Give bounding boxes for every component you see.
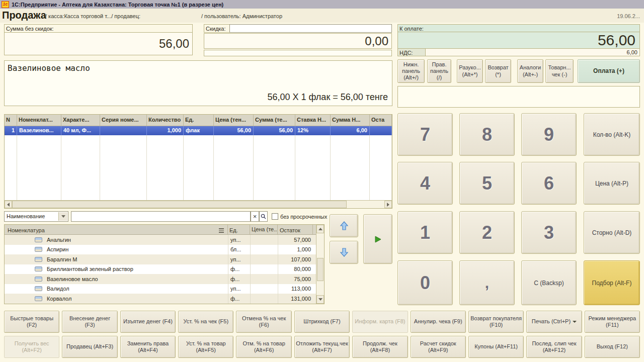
last-slip-button[interactable]: Послед. слип чек (Alt+F12) (526, 336, 582, 358)
cart-horizontal-scrollbar[interactable] (5, 200, 392, 208)
quantity-button[interactable]: Кол-во (Alt-K) (584, 113, 640, 156)
cart-table[interactable]: NНоменклат...Характе... Серия номе...Кол… (4, 114, 392, 209)
search-input[interactable] (71, 211, 251, 222)
numpad-6[interactable]: 6 (521, 162, 577, 205)
change-rights-button[interactable]: Заменить права (Alt+F4) (120, 336, 176, 358)
chevron-down-icon (573, 321, 577, 323)
catalog-header-price[interactable]: Цена (те... (250, 225, 278, 234)
display-product-name: Вазелиновое масло (8, 63, 90, 73)
barcode-button[interactable]: Штрихкод (F7) (294, 311, 350, 333)
pos-window: 1с 1С:Предприятие - Аптека для Казахстан… (0, 0, 644, 362)
right-panel-button[interactable]: Прав. панель (/) (427, 59, 451, 83)
cancel-item-discount-button[interactable]: Отм. % на товар (Alt+F6) (236, 336, 291, 358)
print-button[interactable]: Печать (Ctrl+P) (526, 311, 582, 333)
list-item[interactable]: Баралгин Муп...107,000 (5, 254, 324, 264)
catalog-header-unit[interactable]: Ед. (228, 225, 250, 234)
1c-logo-icon: 1с (2, 1, 9, 8)
numpad-9[interactable]: 9 (521, 113, 577, 156)
cancel-check-discount-button[interactable]: Отмена % на чек (F6) (236, 311, 291, 333)
list-item[interactable]: Корвалолф...131,000 (5, 294, 324, 304)
seller-button[interactable]: Продавец (Alt+F3) (62, 336, 117, 358)
numpad-3[interactable]: 3 (521, 211, 577, 254)
cash-out-button[interactable]: Изъятие денег (F4) (120, 311, 176, 333)
function-button-grid: Быстрые товары (F2) Внесение денег (F3) … (4, 311, 640, 358)
play-icon (374, 235, 382, 243)
list-item[interactable]: Бриллиантовый зеленый растворф...80,000 (5, 264, 324, 275)
numpad-0[interactable]: 0 (397, 260, 453, 305)
cart-row-selected[interactable]: 1Вазелинов...40 мл, Ф... 1,000флак 56,00… (5, 126, 392, 135)
item-icon (35, 266, 42, 272)
cart-empty-area (5, 135, 392, 202)
return-button[interactable]: Возврат (*) (485, 59, 511, 83)
exit-button[interactable]: Выход (F12) (585, 336, 640, 358)
quick-goods-button[interactable]: Быстрые товары (F2) (4, 311, 59, 333)
hold-check-button[interactable]: Отложить текущ.чек (Alt+F7) (294, 336, 350, 358)
cart-table-header[interactable]: NНоменклат...Характе... Серия номе...Кол… (5, 115, 392, 126)
numpad-5[interactable]: 5 (459, 162, 515, 205)
continue-check-button[interactable]: Продолж. чек (Alt+F8) (352, 336, 408, 358)
numpad-8[interactable]: 8 (459, 113, 515, 156)
scroll-right-icon[interactable] (384, 201, 392, 208)
title-bar: 1с 1С:Предприятие - Аптека для Казахстан… (0, 0, 644, 9)
catalog-rows: Анальгинуп...57,000 Аспиринбл...1,000 Ба… (5, 235, 324, 304)
scroll-up-icon[interactable] (316, 225, 324, 233)
to-pay-value: 56,00 (397, 32, 640, 49)
kassa-info: / касса:Касса торговой т.../ продавец: (45, 13, 140, 19)
list-item[interactable]: Вазелиновое маслоф...75,000 (5, 274, 324, 284)
list-item[interactable]: Анальгинуп...57,000 (5, 235, 324, 245)
calc-discounts-button[interactable]: Расчет скидок (Alt+F9) (411, 336, 466, 358)
cash-in-button[interactable]: Внесение денег (F3) (62, 311, 117, 333)
move-up-button[interactable] (330, 214, 358, 237)
scroll-thumb[interactable] (12, 201, 347, 208)
pay-button[interactable]: Оплата (+) (578, 59, 640, 83)
set-check-discount-button[interactable]: Уст. % на чек (F5) (178, 311, 233, 333)
numpad-7[interactable]: 7 (397, 113, 453, 156)
clear-search-icon[interactable]: × (251, 211, 259, 222)
list-item[interactable]: Аспиринбл...1,000 (5, 245, 324, 255)
set-item-discount-button[interactable]: Уст. % на товар (Alt+F5) (178, 336, 233, 358)
scroll-thumb[interactable] (317, 258, 324, 281)
catalog-table[interactable]: Номенклатура Ед. Цена (те... Остаток Ана… (4, 224, 325, 304)
pick-item-button[interactable]: Подбор (Alt-F) (584, 260, 640, 305)
sort-icon (219, 228, 224, 233)
storno-button[interactable]: Сторно (Alt-D) (584, 211, 640, 254)
date-label: 19.06.2... (617, 13, 640, 19)
catalog-header-stock[interactable]: Остаток (278, 225, 313, 234)
discount-label: Скидка: (204, 24, 230, 33)
price-button[interactable]: Цена (Alt-P) (584, 162, 640, 205)
user-info: / пользователь: Администратор (201, 13, 282, 19)
list-item[interactable]: Валидолуп...113,000 (5, 284, 324, 294)
search-icon[interactable] (259, 211, 268, 222)
numpad-comma[interactable]: , (459, 260, 515, 305)
catalog-header[interactable]: Номенклатура Ед. Цена (те... Остаток (5, 225, 324, 235)
sum-no-discount-label: Сумма без скидок: (4, 24, 193, 33)
no-expired-checkbox[interactable] (272, 213, 278, 220)
discount-input[interactable] (229, 24, 392, 33)
customer-return-button[interactable]: Возврат покупателя (F10) (468, 311, 524, 333)
display-calc-line: 56,00 Х 1 флак = 56,00 тенге (267, 92, 388, 103)
numpad-2[interactable]: 2 (459, 211, 515, 254)
scroll-down-icon[interactable] (316, 295, 324, 304)
sum-no-discount-value: 56,00 (4, 32, 193, 55)
numpad-1[interactable]: 1 (397, 211, 453, 254)
backspace-button[interactable]: C (Backsp) (521, 260, 577, 305)
search-field-selector[interactable]: Наименование (4, 211, 68, 222)
lower-panel-button[interactable]: Нижн. панель (Alt+/) (397, 59, 425, 83)
get-weight-button: Получить вес (Alt+F2) (4, 336, 59, 358)
item-icon (35, 286, 42, 291)
manager-mode-button[interactable]: Режим менеджера (F11) (585, 311, 640, 333)
unpack-button[interactable]: Разуко... (Alt+*) (457, 59, 483, 83)
catalog-vertical-scrollbar[interactable] (316, 225, 324, 304)
item-icon (35, 247, 42, 252)
catalog-header-name[interactable]: Номенклатура (5, 225, 228, 234)
analogs-button[interactable]: Аналоги (Alt+-) (517, 59, 543, 83)
numpad-4[interactable]: 4 (397, 162, 453, 205)
move-down-button[interactable] (330, 241, 358, 264)
goods-receipt-button[interactable]: Товарн... чек (-) (545, 59, 574, 83)
void-check-button[interactable]: Аннулир. чека (F9) (411, 311, 466, 333)
coupons-button[interactable]: Купоны (Alt+F11) (468, 336, 524, 358)
select-item-button[interactable] (363, 214, 392, 264)
entry-field[interactable] (397, 86, 640, 108)
scroll-left-icon[interactable] (5, 201, 12, 208)
chevron-down-icon[interactable] (58, 212, 67, 221)
